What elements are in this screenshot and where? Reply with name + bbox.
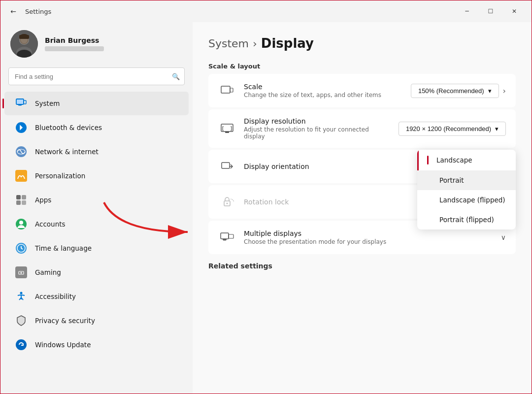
orient-option-landscape-flipped[interactable]: Landscape (flipped) [417, 190, 516, 210]
close-button[interactable]: ✕ [503, 3, 526, 19]
nav-icon-accounts [14, 217, 28, 231]
svg-rect-39 [221, 233, 229, 239]
resolution-title: Display resolution [244, 117, 391, 125]
settings-window: ← Settings ─ ☐ ✕ [0, 0, 532, 394]
scale-desc: Change the size of text, apps, and other… [244, 92, 403, 98]
resolution-value: 1920 × 1200 (Recommended) [406, 125, 491, 132]
nav-icon-apps [14, 193, 28, 207]
nav-label-update: Windows Update [35, 341, 91, 349]
multiple-displays-action: ∨ [501, 233, 506, 241]
svg-point-20 [19, 221, 23, 225]
svg-rect-6 [19, 35, 29, 39]
svg-rect-34 [225, 131, 229, 133]
orient-option-portrait[interactable]: Portrait [417, 170, 516, 190]
orient-option-landscape[interactable]: Landscape [417, 150, 516, 170]
user-subtitle [45, 46, 104, 51]
sidebar-item-accounts[interactable]: Accounts [4, 212, 189, 236]
nav-label-privacy: Privacy & security [35, 317, 95, 325]
sidebar-item-network[interactable]: Network & internet [4, 140, 189, 164]
svg-rect-16 [22, 195, 26, 199]
nav-icon-personalization [14, 169, 28, 183]
user-info: Brian Burgess [45, 36, 104, 51]
nav-label-personalization: Personalization [35, 172, 85, 180]
search-input[interactable] [8, 67, 185, 85]
scale-icon [218, 82, 236, 99]
sidebar-item-personalization[interactable]: Personalization [4, 164, 189, 188]
resolution-dropdown[interactable]: 1920 × 1200 (Recommended) ▾ [399, 122, 506, 136]
svg-point-38 [227, 203, 228, 204]
titlebar-left: ← Settings [6, 4, 51, 18]
breadcrumb-parent[interactable]: System [208, 37, 249, 50]
multiple-displays-expand-icon[interactable]: ∨ [501, 233, 506, 241]
svg-point-30 [16, 339, 27, 350]
titlebar-controls: ─ ☐ ✕ [456, 3, 526, 19]
rotation-lock-icon [218, 193, 236, 211]
svg-rect-42 [223, 240, 226, 241]
scale-row: Scale Change the size of text, apps, and… [208, 74, 516, 107]
svg-rect-9 [18, 104, 22, 106]
related-settings-header: Related settings [208, 260, 516, 270]
back-button[interactable]: ← [6, 4, 20, 18]
nav-icon-network [14, 145, 28, 159]
scale-card: Scale Change the size of text, apps, and… [208, 74, 516, 107]
nav-label-gaming: Gaming [35, 268, 61, 276]
section-header: Scale & layout [208, 63, 516, 70]
resolution-chevron-icon: ▾ [495, 125, 499, 132]
sidebar-item-gaming[interactable]: Gaming [4, 261, 189, 284]
breadcrumb-current: Display [261, 36, 314, 51]
multiple-displays-icon [218, 229, 236, 246]
sidebar-item-privacy[interactable]: Privacy & security [4, 309, 189, 332]
user-profile: Brian Burgess [0, 22, 193, 67]
orient-option-portrait-flipped[interactable]: Portrait (flipped) [417, 210, 516, 230]
nav-label-network: Network & internet [35, 148, 99, 156]
resolution-card: Display resolution Adjust the resolution… [208, 109, 516, 148]
resolution-desc: Adjust the resolution to fit your connec… [244, 126, 391, 140]
scale-dropdown[interactable]: 150% (Recommended) ▾ [411, 84, 499, 98]
sidebar-item-apps[interactable]: Apps [4, 188, 189, 212]
nav-label-accessibility: Accessibility [35, 293, 76, 300]
breadcrumb-separator: › [253, 37, 257, 50]
avatar [10, 30, 38, 58]
svg-rect-15 [16, 195, 21, 199]
user-name: Brian Burgess [45, 36, 104, 44]
content-area: System › Display Scale & layout Scale [193, 22, 532, 394]
sidebar-item-bluetooth[interactable]: Bluetooth & devices [4, 116, 189, 139]
orient-selected-indicator [427, 156, 429, 164]
sidebar-item-update[interactable]: Windows Update [4, 333, 189, 357]
svg-rect-10 [24, 100, 26, 104]
svg-rect-40 [229, 234, 233, 238]
orientation-icon [218, 158, 236, 175]
svg-rect-8 [16, 99, 24, 104]
maximize-button[interactable]: ☐ [479, 3, 502, 19]
nav-label-bluetooth: Bluetooth & devices [35, 124, 102, 131]
nav-label-time: Time & language [35, 244, 92, 252]
nav-icon-accessibility [14, 290, 28, 303]
multiple-displays-text: Multiple displays Choose the presentatio… [244, 230, 493, 245]
svg-rect-17 [16, 200, 21, 205]
minimize-button[interactable]: ─ [456, 3, 478, 19]
nav-icon-gaming [14, 265, 28, 279]
nav-label-system: System [35, 99, 60, 107]
titlebar: ← Settings ─ ☐ ✕ [0, 0, 532, 22]
scale-text: Scale Change the size of text, apps, and… [244, 83, 403, 98]
multiple-displays-title: Multiple displays [244, 230, 493, 237]
sidebar-item-time[interactable]: Time & language [4, 236, 189, 260]
orientation-dropdown: Landscape Portrait Landscape (flipped) P… [417, 150, 516, 230]
resolution-text: Display resolution Adjust the resolution… [244, 117, 391, 140]
main-layout: Brian Burgess 🔍 System Bluetooth & devic… [0, 22, 532, 394]
resolution-icon [218, 120, 236, 137]
nav-icon-update [14, 338, 28, 352]
nav-list: System Bluetooth & devices Network & int… [0, 91, 193, 357]
titlebar-title: Settings [25, 8, 51, 15]
svg-rect-35 [222, 163, 230, 168]
svg-rect-31 [221, 86, 230, 93]
nav-icon-bluetooth [14, 121, 28, 134]
scale-chevron-right-icon: › [503, 86, 506, 96]
nav-label-accounts: Accounts [35, 220, 66, 228]
nav-label-apps: Apps [35, 196, 51, 204]
svg-rect-18 [22, 200, 26, 205]
scale-chevron-icon: ▾ [488, 87, 492, 95]
sidebar-item-accessibility[interactable]: Accessibility [4, 285, 189, 308]
resolution-row: Display resolution Adjust the resolution… [208, 109, 516, 148]
sidebar-item-system[interactable]: System [4, 92, 189, 115]
